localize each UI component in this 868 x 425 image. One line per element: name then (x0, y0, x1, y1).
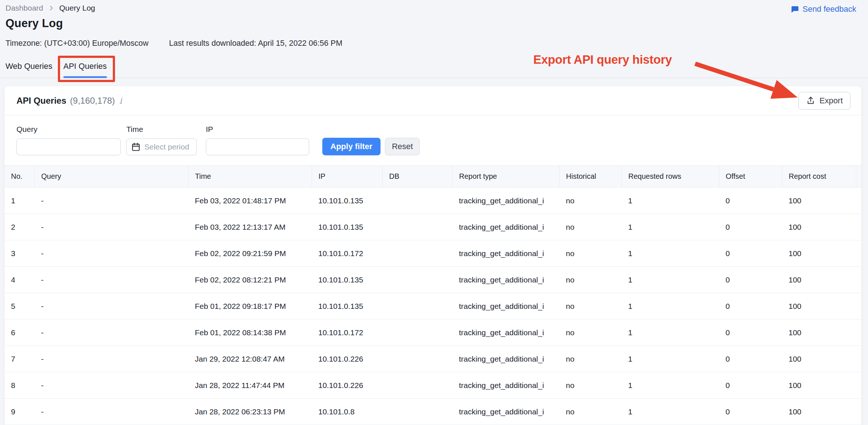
cell-report_cost: 100 (782, 188, 856, 214)
send-feedback-link[interactable]: Send feedback (790, 4, 856, 14)
column-header-ip: IP (312, 166, 382, 188)
cell-db (382, 188, 452, 214)
time-filter-label: Time (126, 125, 197, 134)
queries-table: No.QueryTimeIPDBReport typeHistoricalReq… (4, 165, 861, 425)
panel-title: API Queries (16, 96, 66, 106)
column-header-report_type: Report type (452, 166, 559, 188)
cell-db (382, 214, 452, 240)
ip-filter-label: IP (206, 125, 309, 134)
tab-web-queries[interactable]: Web Queries (5, 61, 52, 78)
cell-no: 5 (4, 293, 34, 319)
column-header-report_cost: Report cost (782, 166, 856, 188)
date-range-picker[interactable]: Select period (126, 138, 197, 155)
tab-bar: Web Queries API Queries (5, 61, 107, 78)
annotation-text: Export API query history (533, 53, 672, 67)
table-row: 5-Feb 01, 2022 09:18:17 PM10.101.0.135tr… (4, 293, 861, 319)
cell-no: 6 (4, 319, 34, 346)
column-header-historical: Historical (559, 166, 622, 188)
query-filter-input[interactable] (16, 138, 121, 155)
cell-time: Feb 02, 2022 08:12:21 PM (188, 267, 312, 293)
cell-report_type: tracking_get_additional_i (452, 267, 559, 293)
column-header-no: No. (4, 166, 34, 188)
cell-query: - (34, 346, 188, 372)
cell-db (382, 319, 452, 346)
ip-filter-input[interactable] (206, 138, 309, 155)
filter-buttons: Apply filter Reset (322, 138, 420, 155)
tab-api-queries[interactable]: API Queries (63, 61, 107, 78)
cell-extra (856, 346, 861, 372)
apply-filter-button[interactable]: Apply filter (322, 138, 381, 155)
table-row: 2-Feb 03, 2022 12:13:17 AM10.101.0.135tr… (4, 214, 861, 240)
cell-no: 3 (4, 240, 34, 267)
date-picker-placeholder: Select period (144, 143, 189, 151)
cell-report_type: tracking_get_additional_i (452, 240, 559, 267)
cell-requested_rows: 1 (622, 267, 719, 293)
cell-offset: 0 (719, 399, 782, 425)
cell-ip: 10.101.0.172 (312, 240, 382, 267)
cell-historical: no (559, 267, 622, 293)
last-downloaded-text: Last results downloaded: April 15, 2022 … (169, 39, 342, 48)
cell-report_type: tracking_get_additional_i (452, 399, 559, 425)
feedback-label: Send feedback (802, 4, 856, 14)
cell-time: Feb 03, 2022 12:13:17 AM (188, 214, 312, 240)
cell-report_cost: 100 (782, 372, 856, 399)
cell-report_type: tracking_get_additional_i (452, 319, 559, 346)
cell-query: - (34, 188, 188, 214)
cell-query: - (34, 267, 188, 293)
cell-historical: no (559, 372, 622, 399)
cell-offset: 0 (719, 319, 782, 346)
cell-historical: no (559, 346, 622, 372)
cell-extra (856, 372, 861, 399)
cell-time: Jan 29, 2022 12:08:47 AM (188, 346, 312, 372)
page-title: Query Log (5, 17, 63, 30)
cell-report_cost: 100 (782, 214, 856, 240)
column-header-db: DB (382, 166, 452, 188)
cell-no: 7 (4, 346, 34, 372)
table-row: 7-Jan 29, 2022 12:08:47 AM10.101.0.226tr… (4, 346, 861, 372)
upload-icon (806, 96, 815, 105)
cell-requested_rows: 1 (622, 346, 719, 372)
cell-query: - (34, 372, 188, 399)
cell-ip: 10.101.0.8 (312, 399, 382, 425)
cell-db (382, 267, 452, 293)
cell-report_cost: 100 (782, 399, 856, 425)
cell-offset: 0 (719, 188, 782, 214)
chevron-right-icon (48, 4, 55, 12)
cell-time: Jan 28, 2022 06:23:13 PM (188, 399, 312, 425)
breadcrumb: Dashboard Query Log (5, 4, 95, 12)
ip-filter-group: IP (206, 125, 309, 155)
cell-requested_rows: 1 (622, 240, 719, 267)
cell-time: Jan 28, 2022 11:47:44 PM (188, 372, 312, 399)
cell-report_cost: 100 (782, 346, 856, 372)
cell-query: - (34, 399, 188, 425)
cell-ip: 10.101.0.172 (312, 319, 382, 346)
cell-time: Feb 02, 2022 09:21:59 PM (188, 240, 312, 267)
cell-report_cost: 100 (782, 319, 856, 346)
table-header-row: No.QueryTimeIPDBReport typeHistoricalReq… (4, 166, 861, 188)
cell-report_cost: 100 (782, 240, 856, 267)
cell-requested_rows: 1 (622, 214, 719, 240)
info-icon[interactable]: i (119, 96, 122, 106)
table-header: No.QueryTimeIPDBReport typeHistoricalReq… (4, 166, 861, 188)
cell-extra (856, 240, 861, 267)
reset-button[interactable]: Reset (385, 138, 420, 155)
table-row: 3-Feb 02, 2022 09:21:59 PM10.101.0.172tr… (4, 240, 861, 267)
tab-bar-divider (0, 78, 868, 78)
cell-report_type: tracking_get_additional_i (452, 293, 559, 319)
cell-offset: 0 (719, 267, 782, 293)
cell-query: - (34, 293, 188, 319)
cell-extra (856, 267, 861, 293)
page-meta: Timezone: (UTC+03:00) Europe/Moscow Last… (5, 39, 342, 48)
export-button[interactable]: Export (798, 92, 850, 110)
cell-db (382, 399, 452, 425)
filter-bar: Query Time Select period IP (4, 115, 861, 165)
cell-offset: 0 (719, 293, 782, 319)
cell-db (382, 346, 452, 372)
cell-historical: no (559, 293, 622, 319)
cell-extra (856, 319, 861, 346)
cell-requested_rows: 1 (622, 188, 719, 214)
breadcrumb-dashboard-link[interactable]: Dashboard (5, 4, 43, 12)
export-label: Export (819, 96, 843, 106)
cell-report_type: tracking_get_additional_i (452, 346, 559, 372)
cell-time: Feb 03, 2022 01:48:17 PM (188, 188, 312, 214)
